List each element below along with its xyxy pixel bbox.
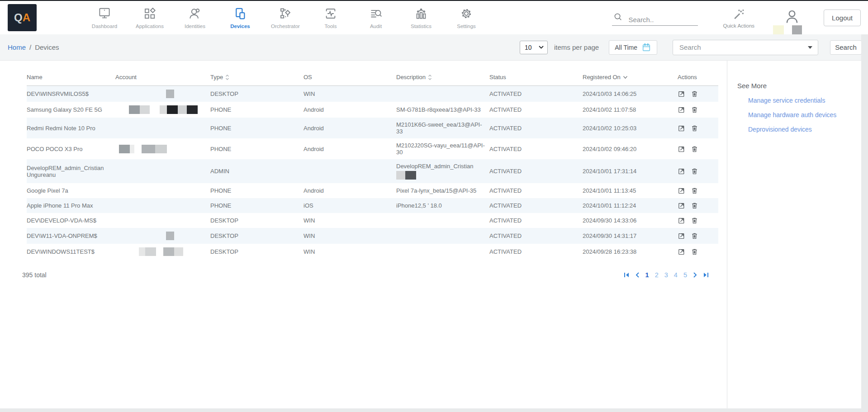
global-search-input[interactable] <box>628 16 692 24</box>
open-device-icon[interactable] <box>678 90 685 98</box>
quick-actions-button[interactable]: Quick Actions <box>723 7 754 28</box>
nav-label: Orchestrator <box>271 24 300 29</box>
cell-os: WIN <box>304 244 396 260</box>
cell-description: SM-G781B-r8qxeea/13@API-33 <box>396 102 489 118</box>
previous-page-button[interactable] <box>635 271 640 279</box>
page-number-2[interactable]: 2 <box>654 271 659 279</box>
nav-item-settings[interactable]: Settings <box>444 5 489 30</box>
delete-device-icon[interactable] <box>691 248 698 256</box>
cell-description: M2102J20SG-vayu_eea/11@API-30 <box>396 138 489 159</box>
logout-button[interactable]: Logout <box>824 9 861 26</box>
open-device-icon[interactable] <box>678 167 685 175</box>
nav-label: Settings <box>457 24 476 29</box>
first-page-button[interactable] <box>623 271 631 279</box>
nav-label: Identities <box>185 24 205 29</box>
table-row: POCO POCO X3 Pro PHONE Android M2102J20S… <box>27 138 718 159</box>
nav-item-applications[interactable]: Applications <box>127 5 172 30</box>
delete-device-icon[interactable] <box>691 187 698 194</box>
open-device-icon[interactable] <box>678 145 685 153</box>
delete-device-icon[interactable] <box>691 232 698 240</box>
delete-device-icon[interactable] <box>691 90 698 98</box>
nav-item-identities[interactable]: Identities <box>172 5 218 30</box>
open-device-icon[interactable] <box>678 202 685 209</box>
delete-device-icon[interactable] <box>691 106 698 114</box>
page-number-4[interactable]: 4 <box>673 271 678 279</box>
topbar-right: Quick Actions Logout <box>612 1 861 34</box>
table-row: DevelopREM_admin_Cristian Ungureanu ADMI… <box>27 159 718 183</box>
nav-item-tools[interactable]: Tools <box>308 5 353 30</box>
table-controls: 10 items per page All Time Search Search <box>520 40 862 55</box>
page-right-gutter <box>861 34 868 412</box>
deprovisioned-devices-link[interactable]: Deprovisioned devices <box>748 126 856 133</box>
user-menu[interactable] <box>779 1 805 34</box>
redacted-account <box>115 248 183 255</box>
dashboard-icon <box>98 5 111 22</box>
cell-registered-on: 2024/09/30 14:31:17 <box>583 228 678 244</box>
column-header-description[interactable]: Description <box>396 68 489 86</box>
search-field-dropdown[interactable]: Search <box>673 40 818 55</box>
cell-status: ACTIVATED <box>489 198 583 213</box>
cell-name: Redmi Redmi Note 10 Pro <box>27 118 115 138</box>
cell-registered-on: 2024/10/03 14:06:25 <box>583 86 678 102</box>
open-device-icon[interactable] <box>678 124 685 132</box>
open-device-icon[interactable] <box>678 106 685 114</box>
cell-os: Android <box>304 138 396 159</box>
breadcrumb-home-link[interactable]: Home <box>8 43 26 51</box>
manage-hardware-auth-devices-link[interactable]: Manage hardware auth devices <box>748 111 856 118</box>
delete-device-icon[interactable] <box>691 202 698 209</box>
cell-os: Android <box>304 118 396 138</box>
redacted-account <box>115 145 167 152</box>
column-header-type[interactable]: Type <box>210 68 304 86</box>
nav-item-statistics[interactable]: Statistics <box>398 5 444 30</box>
delete-device-icon[interactable] <box>691 217 698 224</box>
nav-item-dashboard[interactable]: Dashboard <box>82 5 127 30</box>
page-number-3[interactable]: 3 <box>664 271 669 279</box>
identities-icon <box>188 5 202 22</box>
open-device-icon[interactable] <box>678 232 685 240</box>
cell-type: DESKTOP <box>210 213 304 228</box>
chevron-down-icon <box>539 46 544 49</box>
user-avatar-icon <box>784 9 800 27</box>
nav-item-orchestrator[interactable]: Orchestrator <box>263 5 308 30</box>
quick-actions-label: Quick Actions <box>723 23 754 28</box>
delete-device-icon[interactable] <box>691 145 698 153</box>
delete-device-icon[interactable] <box>691 124 698 132</box>
nav-label: Dashboard <box>92 24 117 29</box>
page-number-5[interactable]: 5 <box>683 271 688 279</box>
table-row: Redmi Redmi Note 10 Pro PHONE Android M2… <box>27 118 718 138</box>
nav-item-audit[interactable]: Audit <box>353 5 398 30</box>
cell-description <box>396 244 489 260</box>
cell-description: DevelopREM_admin_Cristian <box>396 159 489 183</box>
search-icon <box>613 12 623 24</box>
cell-registered-on: 2024/10/01 11:13:45 <box>583 183 678 198</box>
applications-icon <box>143 5 157 22</box>
open-device-icon[interactable] <box>678 217 685 224</box>
last-page-button[interactable] <box>702 271 710 279</box>
delete-device-icon[interactable] <box>691 167 698 175</box>
cell-description <box>396 86 489 102</box>
open-device-icon[interactable] <box>678 248 685 256</box>
open-device-icon[interactable] <box>678 187 685 194</box>
column-header-registered-on[interactable]: Registered On <box>583 68 678 86</box>
table-row: Samsung Galaxy S20 FE 5G PHONE Android S… <box>27 102 718 118</box>
next-page-button[interactable] <box>692 271 698 279</box>
time-filter-button[interactable]: All Time <box>609 40 657 55</box>
page-number-1[interactable]: 1 <box>645 271 650 279</box>
column-header-account: Account <box>115 68 210 86</box>
search-submit-button[interactable]: Search <box>830 40 862 55</box>
cell-registered-on: 2024/09/30 14:33:06 <box>583 213 678 228</box>
redacted-account <box>115 232 174 239</box>
breadcrumb-current: Devices <box>35 43 59 51</box>
devices-page: QA Dashboard Applications Identities <box>0 0 868 412</box>
orchestrator-icon <box>279 5 292 22</box>
page-bottom-gutter <box>0 408 868 412</box>
nav-item-devices[interactable]: Devices <box>218 5 263 30</box>
cell-os: iOS <box>304 198 396 213</box>
app-logo[interactable]: QA <box>8 4 37 31</box>
cell-actions <box>678 138 718 159</box>
cell-name: DEV\WINDOWS11TEST$ <box>27 244 115 260</box>
manage-service-credentials-link[interactable]: Manage service credentials <box>748 97 856 104</box>
cell-type: PHONE <box>210 198 304 213</box>
cell-status: ACTIVATED <box>489 213 583 228</box>
items-per-page-select[interactable]: 10 <box>520 41 548 54</box>
